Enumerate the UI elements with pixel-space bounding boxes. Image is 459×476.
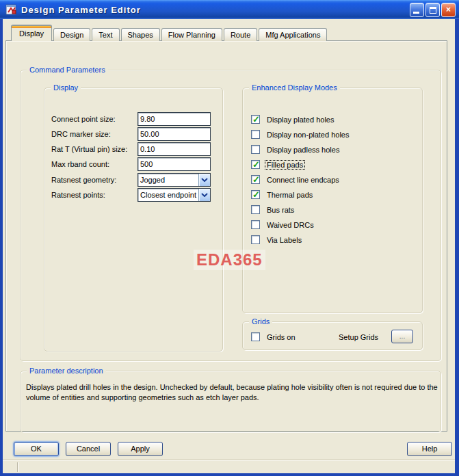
parameter-description-label: Parameter description [27, 366, 106, 375]
grids-group-label: Grids [249, 317, 272, 326]
checkbox-box [251, 220, 260, 229]
checkmark-icon: ✓ [252, 114, 260, 125]
tab-text[interactable]: Text [92, 28, 119, 41]
checkbox-label: Via Labels [265, 236, 303, 244]
help-button[interactable]: Help [407, 442, 452, 456]
field-row: Connect point size: [51, 112, 217, 126]
tab-shapes[interactable]: Shapes [121, 28, 160, 41]
checkbox-box: ✓ [251, 190, 260, 199]
connect-point-size-label: Connect point size: [51, 112, 116, 126]
app-icon [5, 3, 18, 16]
checkbox-display-non-plated-holes[interactable]: Display non-plated holes [251, 129, 350, 140]
checkbox-label: Connect line endcaps [265, 176, 341, 184]
checkbox-box [251, 235, 260, 244]
chevron-down-icon [198, 174, 210, 186]
checkbox-via-labels[interactable]: Via Labels [251, 235, 303, 245]
dialog-client-area: Display Design Text Shapes Flow Planning… [3, 19, 455, 473]
checkbox-label: Display plated holes [265, 116, 335, 124]
checkbox-box [251, 145, 260, 154]
command-parameters-label: Command Parameters [27, 65, 108, 75]
design-parameter-editor-window: Design Parameter Editor × Display Design… [0, 0, 459, 476]
checkbox-box: ✓ [251, 115, 260, 124]
checkbox-label: Bus rats [265, 206, 296, 214]
checkbox-label: Display non-plated holes [265, 131, 350, 139]
tab-panel: Command Parameters Display Connect point… [5, 40, 447, 432]
status-bar [3, 460, 455, 473]
titlebar[interactable]: Design Parameter Editor × [0, 0, 459, 19]
checkbox-connect-line-endcaps[interactable]: ✓ Connect line endcaps [251, 174, 341, 185]
checkmark-icon: ✓ [252, 189, 260, 200]
checkbox-label: Grids on [265, 333, 297, 341]
ratsnest-points-label: Ratsnest points: [51, 188, 105, 202]
max-rband-count-label: Max rband count: [51, 157, 109, 171]
checkbox-box: ✓ [251, 160, 260, 169]
field-row: Rat T (Virtual pin) size: [51, 142, 217, 156]
parameter-description-text: Displays plated drill holes in the desig… [26, 382, 438, 403]
checkbox-display-padless-holes[interactable]: Display padless holes [251, 144, 341, 155]
ratsnest-points-value: Closest endpoint [138, 191, 198, 199]
rat-t-size-label: Rat T (Virtual pin) size: [51, 142, 127, 156]
minimize-icon [413, 12, 419, 14]
checkmark-icon: ✓ [252, 174, 260, 185]
tab-route[interactable]: Route [224, 28, 257, 41]
checkbox-label: Display padless holes [265, 146, 341, 154]
tab-mfg-applications[interactable]: Mfg Applications [259, 28, 327, 41]
rat-t-size-input[interactable] [137, 142, 211, 156]
ratsnest-geometry-select[interactable]: Jogged [137, 173, 211, 187]
display-group: Display Connect point size: DRC marker s… [44, 88, 223, 352]
status-bar-divider [17, 462, 18, 472]
tab-bar: Display Design Text Shapes Flow Planning… [11, 25, 327, 41]
tab-design[interactable]: Design [53, 28, 90, 41]
field-row: Max rband count: [51, 157, 217, 171]
minimize-button[interactable] [410, 3, 424, 17]
checkbox-grids-on[interactable]: Grids on [251, 332, 297, 342]
parameter-description-group: Parameter description Displays plated dr… [20, 371, 441, 432]
checkbox-waived-drcs[interactable]: Waived DRCs [251, 220, 315, 230]
checkbox-box [251, 205, 260, 214]
maximize-button[interactable] [425, 3, 440, 17]
field-row: DRC marker size: [51, 127, 217, 141]
eda365-watermark: EDA365 [194, 250, 265, 270]
checkbox-box [251, 332, 260, 341]
enhanced-display-modes-group: Enhanced Display Modes ✓ Display plated … [242, 88, 423, 313]
checkbox-filled-pads[interactable]: ✓ Filled pads [251, 159, 304, 170]
tab-display[interactable]: Display [11, 25, 52, 41]
titlebar-buttons: × [410, 3, 456, 17]
field-row: Ratsnest points: Closest endpoint [51, 188, 217, 202]
field-row: Ratsnest geometry: Jogged [51, 173, 217, 187]
close-button[interactable]: × [441, 3, 456, 17]
ratsnest-geometry-label: Ratsnest geometry: [51, 173, 116, 187]
apply-button[interactable]: Apply [118, 442, 163, 456]
command-parameters-group: Command Parameters Display Connect point… [20, 70, 441, 361]
checkbox-bus-rats[interactable]: Bus rats [251, 204, 296, 215]
chevron-down-icon [198, 189, 210, 201]
close-icon: × [446, 5, 451, 14]
checkbox-box [251, 130, 260, 139]
setup-grids-label: Setup Grids [339, 333, 378, 341]
cancel-button[interactable]: Cancel [66, 442, 111, 456]
checkbox-label: Filled pads [265, 161, 304, 169]
checkbox-display-plated-holes[interactable]: ✓ Display plated holes [251, 114, 335, 124]
tab-flow-planning[interactable]: Flow Planning [161, 28, 222, 41]
ratsnest-geometry-value: Jogged [138, 176, 198, 184]
checkbox-label: Thermal pads [265, 191, 314, 199]
ratsnest-points-select[interactable]: Closest endpoint [137, 188, 211, 202]
checkbox-box: ✓ [251, 175, 260, 184]
checkbox-label: Waived DRCs [265, 221, 315, 229]
enhanced-display-modes-label: Enhanced Display Modes [249, 83, 340, 92]
maximize-icon [430, 7, 436, 14]
setup-grids-button[interactable]: ... [391, 330, 413, 343]
checkbox-thermal-pads[interactable]: ✓ Thermal pads [251, 189, 314, 200]
window-title: Design Parameter Editor [21, 5, 141, 15]
connect-point-size-input[interactable] [137, 112, 211, 126]
max-rband-count-input[interactable] [137, 157, 211, 171]
drc-marker-size-label: DRC marker size: [51, 127, 111, 141]
display-group-label: Display [51, 83, 81, 92]
checkmark-icon: ✓ [252, 159, 260, 170]
ok-button[interactable]: OK [14, 442, 59, 456]
grids-group: Grids Grids on Setup Grids ... [242, 321, 423, 350]
drc-marker-size-input[interactable] [137, 127, 211, 141]
